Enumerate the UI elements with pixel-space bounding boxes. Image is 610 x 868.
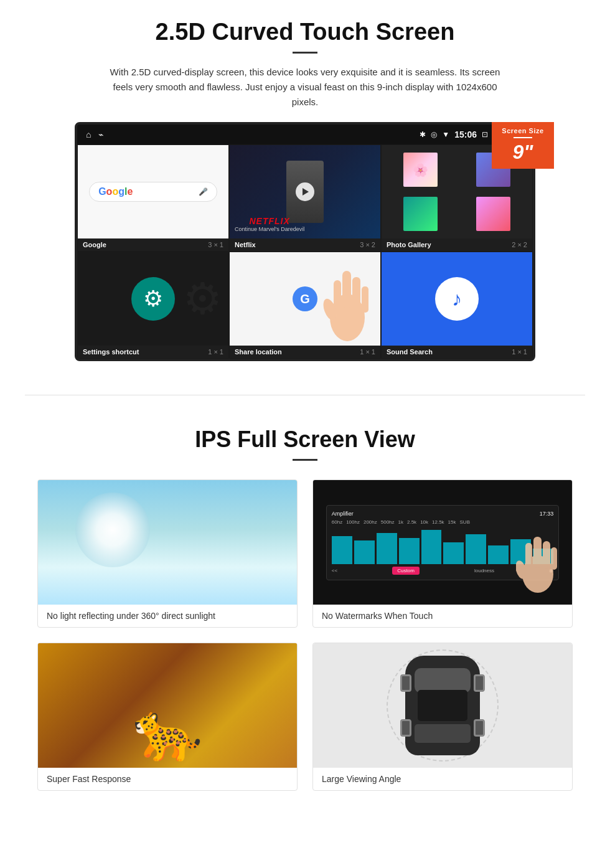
sound-icon-circle: ♪ <box>435 277 479 321</box>
sun-effect <box>75 493 150 567</box>
share-footer: Share location 1 × 1 <box>230 346 380 358</box>
section1-divider <box>293 52 317 54</box>
car-wheel-fr <box>474 674 485 692</box>
status-bar-left: ⌂ ⌁ <box>86 130 103 139</box>
badge-size: 9" <box>495 141 550 164</box>
car-wheel-fl <box>400 674 411 692</box>
google-logo: Google <box>98 186 133 197</box>
amp-freq-labels: 60hz100hz200hz500hz1k2.5k10k12.5k15kSUB <box>332 519 553 525</box>
status-time: 15:06 <box>454 130 477 139</box>
section2-divider <box>293 459 317 461</box>
amp-back: << <box>332 568 337 573</box>
amp-custom: Custom <box>392 567 420 575</box>
amp-bar-7 <box>466 534 486 564</box>
feature-cheetah: 🐆 Super Fast Response <box>37 643 298 791</box>
section2-title: IPS Full Screen View <box>37 427 573 453</box>
section1-title: 2.5D Curved Touch Screen <box>37 19 573 45</box>
sunlight-caption: No light reflecting under 360° direct su… <box>38 605 297 627</box>
netflix-logo: NETFLIX <box>235 216 304 226</box>
share-app-name: Share location <box>235 348 282 356</box>
badge-divider <box>514 137 532 138</box>
section1-description: With 2.5D curved-display screen, this de… <box>103 65 507 110</box>
car-caption: Large Viewing Angle <box>313 768 572 790</box>
netflix-app-size: 3 × 2 <box>360 241 375 248</box>
app-grid-row2: ⚙ ⚙ Settings shortcut 1 × 1 <box>77 252 533 359</box>
svg-rect-8 <box>543 541 550 569</box>
location-icon: ◎ <box>431 130 437 139</box>
car-windshield <box>415 668 471 693</box>
settings-icon-container: ⚙ <box>131 277 175 321</box>
maps-icon-container: G <box>293 286 317 311</box>
amp-bar-1 <box>332 536 352 564</box>
svg-rect-2 <box>352 277 360 311</box>
netflix-app-name: Netflix <box>235 241 256 248</box>
home-icon[interactable]: ⌂ <box>86 130 91 139</box>
gallery-thumb-3 <box>403 197 438 231</box>
wifi-icon: ▼ <box>442 130 449 139</box>
amp-title: Amplifier 17:33 <box>332 511 553 517</box>
car-image <box>313 643 572 768</box>
google-cell-inner: Google 🎤 <box>78 145 228 238</box>
section-divider <box>25 395 585 395</box>
status-bar: ⌂ ⌁ ✱ ◎ ▼ 15:06 ⊡ ◁) ⊠ ▭ <box>77 125 533 144</box>
app-cell-settings[interactable]: ⚙ ⚙ Settings shortcut 1 × 1 <box>77 252 229 359</box>
car-top-view <box>405 656 480 755</box>
bluetooth-icon: ✱ <box>420 130 426 139</box>
amp-bar-6 <box>443 542 464 564</box>
amp-loudness: loudness <box>474 568 494 573</box>
google-app-name: Google <box>83 241 106 248</box>
thumb-flower: 🌸 <box>403 153 438 187</box>
car-wheel-rr <box>474 719 485 737</box>
gallery-app-name: Photo Gallery <box>387 241 431 248</box>
music-note-icon: ♪ <box>452 288 462 311</box>
play-button[interactable] <box>296 182 314 201</box>
thumb-orange <box>476 197 510 231</box>
app-cell-sound[interactable]: ♪ Sound Search 1 × 1 <box>381 252 533 359</box>
amplifier-caption: No Watermarks When Touch <box>313 605 572 627</box>
maps-g-icon: G <box>293 286 317 311</box>
sound-app-size: 1 × 1 <box>512 348 527 356</box>
google-footer: Google 3 × 1 <box>78 238 228 251</box>
sound-cell-inner: ♪ <box>382 252 532 346</box>
google-search-bar[interactable]: Google 🎤 <box>89 182 217 202</box>
car-wheel-rl <box>400 719 411 737</box>
gallery-app-size: 2 × 2 <box>512 241 527 248</box>
amplifier-image: Amplifier 17:33 60hz100hz200hz500hz1k2.5… <box>313 480 572 605</box>
amp-bar-3 <box>377 533 397 564</box>
netflix-cell-inner: NETFLIX Continue Marvel's Daredevil <box>230 145 380 238</box>
feature-amplifier: Amplifier 17:33 60hz100hz200hz500hz1k2.5… <box>312 479 573 628</box>
touch-hand-svg <box>516 534 560 596</box>
car-roof <box>418 690 467 721</box>
app-grid-row1: Google 🎤 Google 3 × 1 <box>77 144 533 252</box>
sound-footer: Sound Search 1 × 1 <box>382 346 532 358</box>
app-cell-google[interactable]: Google 🎤 Google 3 × 1 <box>77 144 229 252</box>
hand-svg-container <box>321 265 377 346</box>
svg-rect-10 <box>551 547 557 570</box>
car-rear <box>415 724 471 743</box>
svg-rect-4 <box>362 286 368 313</box>
amp-time: 17:33 <box>540 511 554 517</box>
camera-icon: ⊡ <box>482 130 488 139</box>
settings-cell-inner: ⚙ ⚙ <box>78 252 228 346</box>
app-cell-netflix[interactable]: NETFLIX Continue Marvel's Daredevil Netf… <box>229 144 381 252</box>
mic-icon[interactable]: 🎤 <box>199 187 208 196</box>
hand-svg <box>321 265 377 346</box>
cheetah-image: 🐆 <box>38 643 297 768</box>
badge-label: Screen Size <box>495 127 550 134</box>
sound-app-name: Sound Search <box>387 348 433 356</box>
netflix-footer: Netflix 3 × 2 <box>230 238 380 251</box>
android-screen: ⌂ ⌁ ✱ ◎ ▼ 15:06 ⊡ ◁) ⊠ ▭ <box>75 122 535 361</box>
settings-app-size: 1 × 1 <box>208 348 223 356</box>
svg-rect-1 <box>342 271 351 308</box>
screen-size-badge: Screen Size 9" <box>492 122 554 169</box>
amp-bar-8 <box>488 545 509 564</box>
app-cell-share[interactable]: G <box>229 252 381 359</box>
feature-grid: No light reflecting under 360° direct su… <box>37 479 573 791</box>
section-curved-screen: 2.5D Curved Touch Screen With 2.5D curve… <box>0 0 610 376</box>
touch-hand-container <box>516 534 560 598</box>
settings-app-name: Settings shortcut <box>83 348 139 356</box>
settings-gear-bg-icon: ⚙ <box>183 273 222 324</box>
gear-icon: ⚙ <box>143 286 163 312</box>
sunlight-image <box>38 480 297 605</box>
svg-rect-7 <box>533 537 542 568</box>
